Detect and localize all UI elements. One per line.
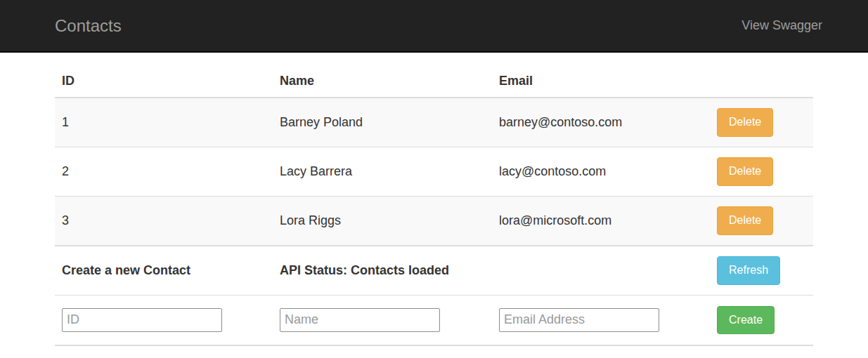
column-header-email: Email bbox=[492, 64, 710, 98]
contact-id: 2 bbox=[55, 147, 273, 196]
delete-button[interactable]: Delete bbox=[717, 206, 773, 235]
name-input[interactable] bbox=[280, 308, 440, 332]
main-content: ID Name Email 1 Barney Poland barney@con… bbox=[55, 64, 813, 346]
create-button[interactable]: Create bbox=[717, 306, 775, 335]
contact-name: Lacy Barrera bbox=[273, 147, 492, 196]
create-form-row: Create bbox=[55, 295, 813, 345]
contact-email: lora@microsoft.com bbox=[492, 196, 710, 245]
contact-email: barney@contoso.com bbox=[492, 98, 710, 147]
contact-id: 3 bbox=[55, 196, 273, 245]
column-header-id: ID bbox=[55, 64, 273, 98]
id-input[interactable] bbox=[62, 308, 222, 332]
delete-button[interactable]: Delete bbox=[717, 157, 773, 186]
navbar: Contacts View Swagger bbox=[0, 0, 868, 53]
contact-email: lacy@contoso.com bbox=[492, 147, 710, 196]
column-header-name: Name bbox=[273, 64, 492, 98]
table-row: 1 Barney Poland barney@contoso.com Delet… bbox=[55, 98, 813, 147]
create-section-title: Create a new Contact bbox=[55, 246, 273, 295]
contacts-table: ID Name Email 1 Barney Poland barney@con… bbox=[55, 64, 813, 346]
table-row: 3 Lora Riggs lora@microsoft.com Delete bbox=[55, 196, 813, 245]
api-status-text: API Status: Contacts loaded bbox=[273, 246, 492, 295]
refresh-button[interactable]: Refresh bbox=[717, 256, 780, 285]
column-header-actions bbox=[710, 64, 813, 98]
create-section-row: Create a new Contact API Status: Contact… bbox=[55, 246, 813, 295]
delete-button[interactable]: Delete bbox=[717, 108, 773, 137]
app-title: Contacts bbox=[55, 16, 122, 36]
view-swagger-link[interactable]: View Swagger bbox=[741, 18, 822, 33]
contact-id: 1 bbox=[55, 98, 273, 147]
email-input[interactable] bbox=[499, 308, 659, 332]
table-row: 2 Lacy Barrera lacy@contoso.com Delete bbox=[55, 147, 813, 196]
contact-name: Lora Riggs bbox=[273, 196, 492, 245]
table-header-row: ID Name Email bbox=[55, 64, 813, 98]
empty-cell bbox=[492, 246, 710, 295]
contact-name: Barney Poland bbox=[273, 98, 492, 147]
